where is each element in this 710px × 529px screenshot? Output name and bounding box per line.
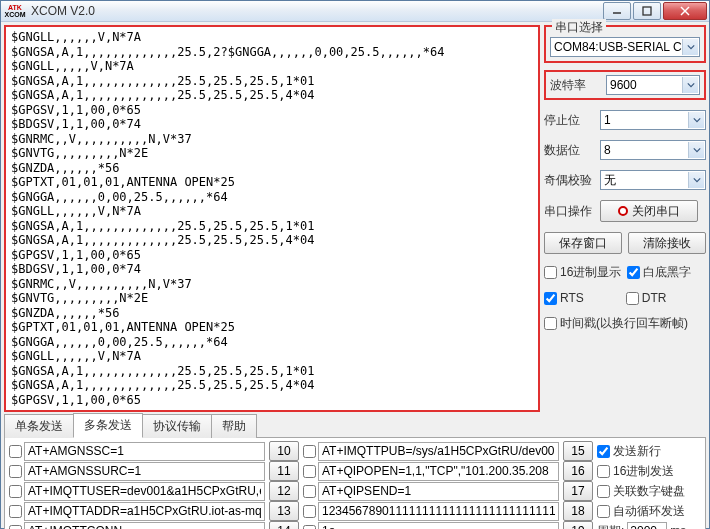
send-text-b[interactable] — [318, 522, 559, 530]
row-check-a[interactable] — [9, 525, 22, 530]
chevron-down-icon — [682, 39, 698, 55]
receive-log[interactable]: $GNGLL,,,,,,V,N*7A $GNGSA,A,1,,,,,,,,,,,… — [4, 25, 540, 412]
timestamp-check[interactable]: 时间戳(以换行回车断帧) — [544, 315, 688, 332]
send-row: 111616进制发送 — [9, 461, 701, 481]
row-check-b[interactable] — [303, 505, 316, 518]
send-row: 1217关联数字键盘 — [9, 481, 701, 501]
send-num-a[interactable]: 12 — [269, 481, 299, 501]
send-num-b[interactable]: 19 — [563, 521, 593, 529]
send-text-b[interactable] — [318, 442, 559, 461]
databit-select[interactable]: 8 — [600, 140, 706, 160]
row-check-a[interactable] — [9, 485, 22, 498]
baud-select[interactable]: 9600 — [606, 75, 700, 95]
row-check-b[interactable] — [303, 445, 316, 458]
serial-port-group: 串口选择 COM84:USB-SERIAL CH34 — [544, 25, 706, 63]
right-check-2[interactable]: 关联数字键盘 — [597, 483, 701, 500]
window-title: XCOM V2.0 — [31, 4, 603, 18]
port-toggle-button[interactable]: 关闭串口 — [600, 200, 698, 222]
send-num-a[interactable]: 10 — [269, 441, 299, 461]
chevron-down-icon — [688, 142, 704, 158]
svg-rect-1 — [643, 7, 651, 15]
row-check-a[interactable] — [9, 465, 22, 478]
save-window-button[interactable]: 保存窗口 — [544, 232, 622, 254]
port-select[interactable]: COM84:USB-SERIAL CH34 — [550, 37, 700, 57]
chevron-down-icon — [688, 112, 704, 128]
send-text-a[interactable] — [24, 482, 265, 501]
send-text-b[interactable] — [318, 462, 559, 481]
record-icon — [618, 206, 628, 216]
baud-row: 波特率 9600 — [544, 70, 706, 100]
app-logo: ATKXCOM — [3, 1, 27, 21]
tab-help[interactable]: 帮助 — [211, 414, 257, 438]
send-num-a[interactable]: 14 — [269, 521, 299, 529]
row-check-b[interactable] — [303, 465, 316, 478]
send-num-a[interactable]: 13 — [269, 501, 299, 521]
right-check-1[interactable]: 16进制发送 — [597, 463, 701, 480]
tab-multi[interactable]: 多条发送 — [73, 413, 143, 438]
white-black-check[interactable]: 白底黑字 — [627, 264, 691, 281]
row-check-a[interactable] — [9, 445, 22, 458]
clear-recv-button[interactable]: 清除接收 — [628, 232, 706, 254]
right-check-3[interactable]: 自动循环发送 — [597, 503, 701, 520]
send-text-a[interactable] — [24, 462, 265, 481]
send-num-b[interactable]: 15 — [563, 441, 593, 461]
hex-display-check[interactable]: 16进制显示 — [544, 264, 621, 281]
send-num-b[interactable]: 16 — [563, 461, 593, 481]
tab-single[interactable]: 单条发送 — [4, 414, 74, 438]
send-row: 1419周期: ms — [9, 521, 701, 529]
row-check-a[interactable] — [9, 505, 22, 518]
group-title: 串口选择 — [552, 19, 606, 36]
send-text-a[interactable] — [24, 502, 265, 521]
right-check-0[interactable]: 发送新行 — [597, 443, 701, 460]
send-text-a[interactable] — [24, 442, 265, 461]
close-button[interactable] — [663, 2, 707, 20]
send-tabs: 单条发送 多条发送 协议传输 帮助 — [4, 415, 706, 437]
side-panel: 串口选择 COM84:USB-SERIAL CH34 波特率 9600 停止位1… — [544, 25, 706, 412]
send-num-b[interactable]: 18 — [563, 501, 593, 521]
dtr-check[interactable]: DTR — [626, 291, 667, 305]
row-check-b[interactable] — [303, 485, 316, 498]
parity-select[interactable]: 无 — [600, 170, 706, 190]
send-text-b[interactable] — [318, 482, 559, 501]
send-num-a[interactable]: 11 — [269, 461, 299, 481]
tab-protocol[interactable]: 协议传输 — [142, 414, 212, 438]
send-num-b[interactable]: 17 — [563, 481, 593, 501]
period-box: 周期: ms — [597, 522, 701, 529]
send-row: 1015发送新行 — [9, 441, 701, 461]
rts-check[interactable]: RTS — [544, 291, 584, 305]
period-input[interactable] — [627, 522, 667, 529]
send-text-a[interactable] — [24, 522, 265, 530]
row-check-b[interactable] — [303, 525, 316, 530]
chevron-down-icon — [682, 77, 698, 93]
send-row: 1318自动循环发送 — [9, 501, 701, 521]
stopbit-select[interactable]: 1 — [600, 110, 706, 130]
maximize-button[interactable] — [633, 2, 661, 20]
multi-send-panel: 1015发送新行111616进制发送1217关联数字键盘1318自动循环发送14… — [4, 437, 706, 529]
send-text-b[interactable] — [318, 502, 559, 521]
app-window: ATKXCOM XCOM V2.0 $GNGLL,,,,,,V,N*7A $GN… — [0, 0, 710, 529]
minimize-button[interactable] — [603, 2, 631, 20]
chevron-down-icon — [688, 172, 704, 188]
